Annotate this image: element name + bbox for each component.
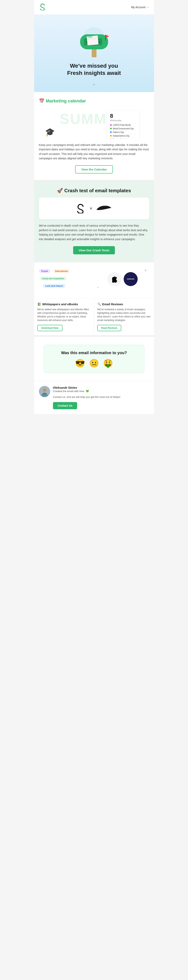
email-header: My Account → <box>34 0 154 14</box>
samsung-label: SAMSUNG <box>127 278 134 280</box>
author-avatar-img <box>39 386 50 397</box>
crash-test-logo-box: × <box>39 197 149 220</box>
feedback-title: Was this email informative to you? <box>49 350 139 355</box>
email-container: My Account → <box>34 0 154 414</box>
book-icon: 📗 <box>37 302 41 306</box>
download-now-button[interactable]: Download Now <box>37 325 62 331</box>
two-col-section: 📗 Whitepapers and eBooks We've added new… <box>34 299 154 335</box>
tag-luck-chance[interactable]: Luck and chance <box>43 284 65 288</box>
emoji-neutral-button[interactable]: 😐 <box>89 359 99 367</box>
crash-test-label: Crash test of email templates <box>64 188 131 193</box>
marketing-calendar-heading: 📅 Marketing calendar <box>39 99 149 103</box>
section-divider-2 <box>34 261 154 262</box>
apple-brand-circle <box>107 272 121 286</box>
calendar-event-2: World Environment Day <box>110 127 137 130</box>
view-calendar-btn-wrapper: View the Calendar <box>39 165 149 173</box>
tags-email-reviews-section: Puzzle Educational Social and competitio… <box>34 262 154 299</box>
cross-symbol: × <box>89 205 92 211</box>
event-label-5: Back to School <box>113 138 126 139</box>
event-label-3: Father's Day <box>113 131 124 134</box>
svg-rect-15 <box>44 393 45 395</box>
feedback-section: Was this email informative to you? 😎 😐 🤑 <box>44 345 145 373</box>
whitepapers-label: Whitepapers and eBooks <box>42 302 78 306</box>
event-dot-2 <box>110 128 112 129</box>
tags-visual: Puzzle Educational Social and competitio… <box>39 267 92 291</box>
calendar-day: Wednesday <box>110 119 137 122</box>
crash-test-body: We've conducted in-depth crash tests of … <box>39 223 149 241</box>
calendar-icon: 📅 <box>39 99 45 103</box>
svg-rect-8 <box>105 35 106 41</box>
author-info: Oleksandr Dieiev Created the email with … <box>53 386 149 409</box>
rocket-icon: 🚀 <box>57 188 63 193</box>
view-calendar-button[interactable]: View the Calendar <box>75 165 113 173</box>
read-reviews-button[interactable]: Read Reviews <box>97 325 121 331</box>
author-desc: Contact us, and we will help you get the… <box>53 395 149 399</box>
calendar-event-1: LGBTQ Pride Month <box>110 123 137 127</box>
author-tagline-text: Created the email with love. <box>53 390 85 393</box>
marketing-calendar-label: Marketing calendar <box>46 99 86 103</box>
hero-title-line2: Fresh insights await <box>67 70 121 76</box>
mailbox-illustration <box>74 22 114 58</box>
section-divider-3 <box>34 335 154 337</box>
svg-point-9 <box>88 35 92 38</box>
whitepapers-col: 📗 Whitepapers and eBooks We've added new… <box>34 299 94 335</box>
samsung-brand-circle: SAMSUNG <box>124 272 138 286</box>
author-name: Oleksandr Dieiev <box>53 386 149 389</box>
event-dot-3 <box>110 131 112 133</box>
emoji-cool-button[interactable]: 😎 <box>75 359 85 367</box>
emoji-row: 😎 😐 🤑 <box>49 359 139 367</box>
calendar-date: 8 <box>110 113 137 119</box>
search-icon: 🔍 <box>97 302 101 306</box>
author-avatar <box>39 386 50 397</box>
hero-title-line1: We've missed you <box>70 63 118 69</box>
marketing-calendar-body: Keep your campaigns timely and relevant … <box>39 143 149 161</box>
crash-test-section: 🚀 Crash test of email templates × We've … <box>34 181 154 261</box>
apple-logo <box>111 275 117 283</box>
marketing-calendar-section: 📅 Marketing calendar SUMMER 8 Wednesday … <box>34 92 154 180</box>
crash-test-btn-wrapper: View Our Crash Tests <box>39 246 149 255</box>
event-dot-4 <box>110 135 112 137</box>
author-tagline: Created the email with love. 💚 <box>53 390 149 393</box>
event-dot-5 <box>110 138 112 139</box>
my-account-label: My Account <box>131 6 145 9</box>
svg-point-14 <box>45 389 46 390</box>
author-section: Oleksandr Dieiev Created the email with … <box>34 381 154 414</box>
view-crash-tests-button[interactable]: View Our Crash Tests <box>73 246 115 255</box>
svg-point-11 <box>42 388 47 392</box>
tag-social-competition[interactable]: Social and competition <box>40 277 67 280</box>
tag-educational[interactable]: Educational <box>53 269 70 273</box>
graduation-icon: 🎓 <box>45 127 55 137</box>
logo <box>39 3 46 11</box>
chevron-down-icon: ⌄ <box>39 82 149 86</box>
email-reviews-visual: ✦ ✦ SAMSUNG <box>96 267 149 291</box>
tag-puzzle[interactable]: Puzzle <box>39 269 51 273</box>
calendar-event-4: Independence Day <box>110 134 137 138</box>
email-reviews-text-col: 🔍 Email Reviews We've reviewed a variety… <box>94 299 154 335</box>
event-label-1: LGBTQ Pride Month <box>113 124 131 126</box>
author-tagline-emoji: 💚 <box>86 390 89 393</box>
contact-us-button[interactable]: Contact Us <box>53 402 77 409</box>
calendar-event-5: Back to School <box>110 138 137 139</box>
whitepapers-heading: 📗 Whitepapers and eBooks <box>37 302 91 306</box>
emoji-money-button[interactable]: 🤑 <box>103 359 113 367</box>
event-dot-1 <box>110 124 112 126</box>
calendar-visual: SUMMER 8 Wednesday LGBTQ Pride Month Wor… <box>39 107 149 139</box>
svg-point-13 <box>43 389 44 390</box>
my-account-link[interactable]: My Account → <box>131 6 149 9</box>
hero-section: We've missed you Fresh insights await ⌄ <box>34 14 154 92</box>
email-reviews-heading: 🔍 Email Reviews <box>97 302 151 306</box>
email-reviews-col: ✦ ✦ SAMSUNG <box>96 267 149 293</box>
section-divider-1 <box>34 180 154 181</box>
event-label-4: Independence Day <box>113 135 130 137</box>
feedback-wrapper: Was this email informative to you? 😎 😐 🤑 <box>34 337 154 381</box>
my-account-arrow: → <box>147 6 149 9</box>
email-reviews-label: Email Reviews <box>102 302 123 306</box>
nike-swoosh-logo <box>97 205 113 212</box>
email-reviews-body: We've reviewed a variety of email campai… <box>97 308 151 322</box>
event-label-2: World Environment Day <box>113 127 134 130</box>
star-decoration-2: ✦ <box>97 286 99 289</box>
hero-title: We've missed you Fresh insights await <box>39 62 149 77</box>
stripo-logo-crash <box>75 204 86 213</box>
star-decoration: ✦ <box>144 268 147 273</box>
crash-test-heading: 🚀 Crash test of email templates <box>39 188 149 193</box>
